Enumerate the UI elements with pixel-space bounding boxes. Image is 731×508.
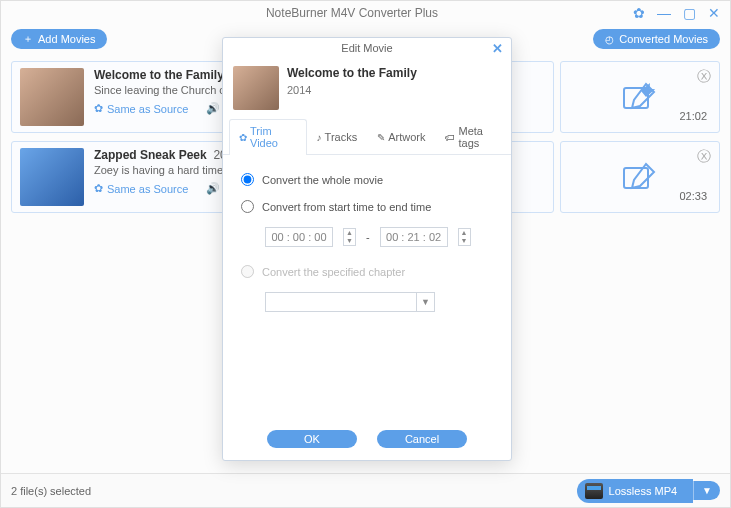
tab-trim-video[interactable]: ✿Trim Video bbox=[229, 119, 307, 155]
radio-convert-range[interactable] bbox=[241, 200, 254, 213]
tracks-icon: ♪ bbox=[317, 132, 322, 143]
dialog-movie-year: 2014 bbox=[287, 84, 417, 96]
start-time-input[interactable]: 00 : 00 : 00 bbox=[265, 227, 333, 247]
radio-convert-chapter bbox=[241, 265, 254, 278]
chevron-down-icon[interactable]: ▼ bbox=[459, 237, 470, 245]
dialog-close-icon[interactable]: ✕ bbox=[492, 41, 503, 56]
end-time-input[interactable]: 00 : 21 : 02 bbox=[380, 227, 448, 247]
chevron-down-icon[interactable]: ▼ bbox=[344, 237, 355, 245]
time-separator: - bbox=[366, 231, 370, 243]
scissors-icon: ✿ bbox=[239, 132, 247, 143]
dialog-title: Edit Movie bbox=[341, 42, 392, 54]
end-time-spinner[interactable]: ▲▼ bbox=[458, 228, 471, 246]
option-convert-range[interactable]: Convert from start time to end time bbox=[241, 200, 493, 213]
start-time-spinner[interactable]: ▲▼ bbox=[343, 228, 356, 246]
tag-icon: 🏷 bbox=[445, 132, 455, 143]
option-convert-chapter: Convert the specified chapter bbox=[241, 265, 493, 278]
chevron-down-icon: ▼ bbox=[416, 293, 434, 311]
cancel-button[interactable]: Cancel bbox=[377, 430, 467, 448]
tab-meta-tags[interactable]: 🏷Meta tags bbox=[435, 119, 511, 155]
tab-tracks[interactable]: ♪Tracks bbox=[307, 119, 368, 155]
edit-movie-dialog: Edit Movie ✕ Welcome to the Family 2014 … bbox=[222, 37, 512, 461]
modal-overlay: Edit Movie ✕ Welcome to the Family 2014 … bbox=[1, 1, 730, 507]
radio-convert-whole[interactable] bbox=[241, 173, 254, 186]
artwork-icon: ✎ bbox=[377, 132, 385, 143]
option-convert-whole[interactable]: Convert the whole movie bbox=[241, 173, 493, 186]
dialog-movie-title: Welcome to the Family bbox=[287, 66, 417, 80]
dialog-thumbnail bbox=[233, 66, 279, 110]
ok-button[interactable]: OK bbox=[267, 430, 357, 448]
chevron-up-icon[interactable]: ▲ bbox=[459, 229, 470, 237]
chevron-up-icon[interactable]: ▲ bbox=[344, 229, 355, 237]
tab-artwork[interactable]: ✎Artwork bbox=[367, 119, 435, 155]
chapter-select: ▼ bbox=[265, 292, 435, 312]
